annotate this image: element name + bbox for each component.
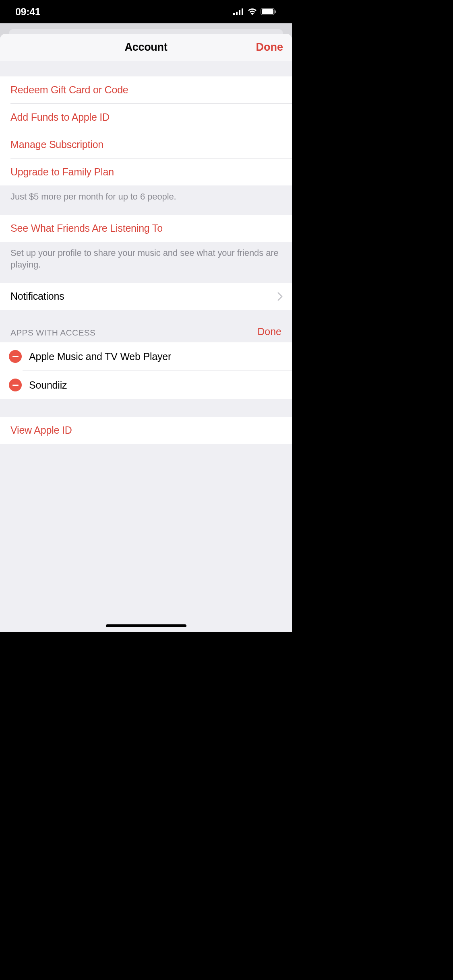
content-scroll[interactable]: Redeem Gift Card or Code Add Funds to Ap…	[0, 61, 292, 632]
notifications-row[interactable]: Notifications	[0, 283, 292, 310]
view-apple-id-label: View Apple ID	[10, 424, 72, 436]
svg-rect-1	[236, 12, 238, 15]
manage-subscription-label: Manage Subscription	[10, 139, 103, 150]
svg-rect-0	[233, 13, 235, 15]
svg-rect-2	[239, 10, 240, 15]
app-access-row[interactable]: Apple Music and TV Web Player	[0, 342, 292, 371]
account-sheet: Account Done Redeem Gift Card or Code Ad…	[0, 34, 292, 632]
friends-listening-footer: Set up your profile to share your music …	[0, 242, 292, 283]
friends-listening-label: See What Friends Are Listening To	[10, 222, 163, 234]
redeem-gift-card-label: Redeem Gift Card or Code	[10, 84, 128, 96]
remove-app-button[interactable]	[9, 350, 22, 363]
upgrade-family-footer: Just $5 more per month for up to 6 peopl…	[0, 185, 292, 215]
battery-icon	[261, 8, 277, 15]
apps-with-access-done-button[interactable]: Done	[257, 326, 281, 338]
apps-with-access-title: APPS WITH ACCESS	[10, 328, 95, 338]
remove-app-button[interactable]	[9, 379, 22, 391]
svg-rect-3	[242, 8, 243, 15]
status-time: 09:41	[15, 6, 40, 18]
apps-with-access-header: APPS WITH ACCESS Done	[0, 310, 292, 342]
wifi-icon	[247, 8, 257, 15]
app-access-row[interactable]: Soundiiz	[0, 371, 292, 399]
nav-header: Account Done	[0, 34, 292, 61]
svg-rect-5	[262, 9, 273, 14]
app-name-label: Soundiiz	[29, 379, 67, 391]
notifications-label: Notifications	[10, 290, 64, 302]
add-funds-label: Add Funds to Apple ID	[10, 111, 110, 123]
cellular-icon	[233, 8, 244, 15]
redeem-gift-card-row[interactable]: Redeem Gift Card or Code	[0, 76, 292, 103]
view-apple-id-row[interactable]: View Apple ID	[0, 417, 292, 444]
status-icons	[233, 8, 277, 15]
upgrade-family-label: Upgrade to Family Plan	[10, 166, 114, 178]
manage-subscription-row[interactable]: Manage Subscription	[0, 131, 292, 158]
upgrade-family-row[interactable]: Upgrade to Family Plan	[0, 159, 292, 185]
done-button[interactable]: Done	[256, 41, 283, 54]
home-indicator[interactable]	[106, 624, 186, 627]
svg-rect-6	[275, 10, 276, 13]
chevron-right-icon	[277, 292, 283, 301]
page-title: Account	[125, 41, 168, 54]
friends-listening-row[interactable]: See What Friends Are Listening To	[0, 215, 292, 242]
app-name-label: Apple Music and TV Web Player	[29, 351, 171, 362]
status-bar: 09:41	[0, 0, 292, 23]
background-sheet-hint	[9, 29, 283, 34]
add-funds-row[interactable]: Add Funds to Apple ID	[0, 104, 292, 131]
